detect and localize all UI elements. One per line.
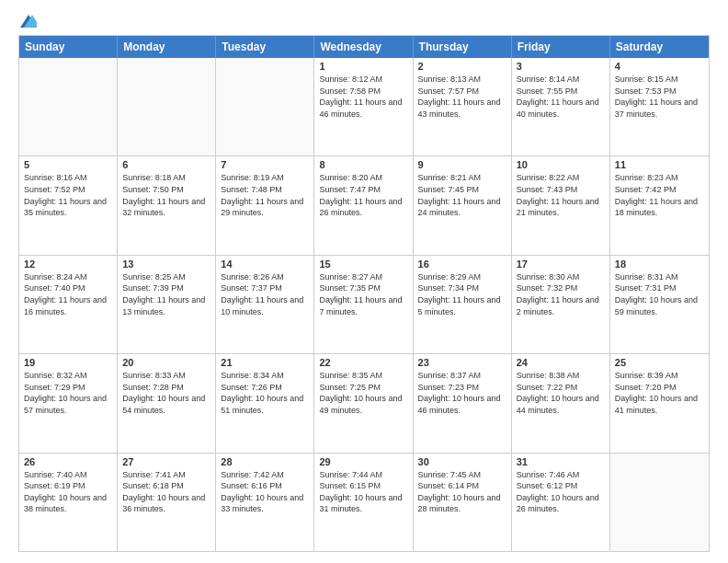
day-number: 9	[418, 159, 506, 170]
cal-cell-empty	[19, 58, 118, 155]
day-number: 15	[319, 259, 407, 270]
day-info: Sunrise: 8:39 AM Sunset: 7:20 PM Dayligh…	[615, 370, 704, 416]
cal-row-3: 19Sunrise: 8:32 AM Sunset: 7:29 PM Dayli…	[19, 353, 709, 452]
cal-cell-empty	[216, 58, 314, 155]
day-number: 30	[418, 456, 506, 467]
day-number: 26	[24, 456, 112, 467]
day-info: Sunrise: 8:32 AM Sunset: 7:29 PM Dayligh…	[24, 370, 112, 416]
cal-cell-day-10: 10Sunrise: 8:22 AM Sunset: 7:43 PM Dayli…	[512, 156, 610, 254]
day-number: 19	[24, 357, 112, 368]
cal-row-1: 5Sunrise: 8:16 AM Sunset: 7:52 PM Daylig…	[19, 155, 709, 254]
day-info: Sunrise: 8:31 AM Sunset: 7:31 PM Dayligh…	[615, 271, 704, 317]
day-number: 27	[122, 456, 210, 467]
day-info: Sunrise: 8:12 AM Sunset: 7:58 PM Dayligh…	[319, 74, 407, 120]
day-number: 6	[122, 159, 210, 170]
day-info: Sunrise: 8:24 AM Sunset: 7:40 PM Dayligh…	[24, 271, 112, 317]
day-info: Sunrise: 8:30 AM Sunset: 7:32 PM Dayligh…	[517, 271, 605, 317]
day-info: Sunrise: 8:34 AM Sunset: 7:26 PM Dayligh…	[221, 370, 309, 416]
day-number: 10	[517, 159, 605, 170]
day-info: Sunrise: 8:33 AM Sunset: 7:28 PM Dayligh…	[122, 370, 210, 416]
cal-cell-day-17: 17Sunrise: 8:30 AM Sunset: 7:32 PM Dayli…	[512, 256, 610, 353]
cal-header-sunday: Sunday	[19, 36, 118, 58]
cal-cell-day-1: 1Sunrise: 8:12 AM Sunset: 7:58 PM Daylig…	[314, 58, 413, 155]
day-info: Sunrise: 8:26 AM Sunset: 7:37 PM Dayligh…	[221, 271, 309, 317]
day-number: 22	[319, 357, 407, 368]
cal-cell-day-7: 7Sunrise: 8:19 AM Sunset: 7:48 PM Daylig…	[216, 156, 314, 254]
cal-header-thursday: Thursday	[414, 36, 512, 58]
day-info: Sunrise: 8:25 AM Sunset: 7:39 PM Dayligh…	[122, 271, 210, 317]
day-info: Sunrise: 7:42 AM Sunset: 6:16 PM Dayligh…	[221, 469, 309, 515]
cal-header-friday: Friday	[512, 36, 610, 58]
cal-cell-day-16: 16Sunrise: 8:29 AM Sunset: 7:34 PM Dayli…	[414, 256, 512, 353]
day-number: 16	[418, 259, 506, 270]
day-number: 21	[221, 357, 309, 368]
day-number: 3	[517, 61, 605, 72]
day-info: Sunrise: 8:37 AM Sunset: 7:23 PM Dayligh…	[418, 370, 506, 416]
day-info: Sunrise: 8:19 AM Sunset: 7:48 PM Dayligh…	[221, 172, 309, 218]
day-info: Sunrise: 8:20 AM Sunset: 7:47 PM Dayligh…	[319, 172, 407, 218]
calendar-header-row: SundayMondayTuesdayWednesdayThursdayFrid…	[19, 36, 709, 58]
day-number: 18	[615, 259, 704, 270]
day-info: Sunrise: 8:13 AM Sunset: 7:57 PM Dayligh…	[418, 74, 506, 120]
day-info: Sunrise: 8:21 AM Sunset: 7:45 PM Dayligh…	[418, 172, 506, 218]
day-number: 4	[615, 61, 704, 72]
day-info: Sunrise: 8:27 AM Sunset: 7:35 PM Dayligh…	[319, 271, 407, 317]
day-info: Sunrise: 7:44 AM Sunset: 6:15 PM Dayligh…	[319, 469, 407, 515]
day-info: Sunrise: 7:45 AM Sunset: 6:14 PM Dayligh…	[418, 469, 506, 515]
day-number: 23	[418, 357, 506, 368]
calendar-body: 1Sunrise: 8:12 AM Sunset: 7:58 PM Daylig…	[19, 58, 709, 551]
cal-cell-empty	[610, 454, 709, 551]
day-info: Sunrise: 7:40 AM Sunset: 6:19 PM Dayligh…	[24, 469, 112, 515]
page: SundayMondayTuesdayWednesdayThursdayFrid…	[0, 0, 728, 563]
cal-cell-day-15: 15Sunrise: 8:27 AM Sunset: 7:35 PM Dayli…	[314, 256, 413, 353]
cal-cell-day-20: 20Sunrise: 8:33 AM Sunset: 7:28 PM Dayli…	[118, 354, 216, 452]
day-number: 13	[122, 259, 210, 270]
day-info: Sunrise: 7:46 AM Sunset: 6:12 PM Dayligh…	[517, 469, 605, 515]
cal-cell-day-26: 26Sunrise: 7:40 AM Sunset: 6:19 PM Dayli…	[19, 454, 118, 551]
cal-header-monday: Monday	[118, 36, 216, 58]
day-info: Sunrise: 8:38 AM Sunset: 7:22 PM Dayligh…	[517, 370, 605, 416]
cal-cell-day-21: 21Sunrise: 8:34 AM Sunset: 7:26 PM Dayli…	[216, 354, 314, 452]
day-number: 31	[517, 456, 605, 467]
cal-row-4: 26Sunrise: 7:40 AM Sunset: 6:19 PM Dayli…	[19, 453, 709, 551]
cal-cell-day-2: 2Sunrise: 8:13 AM Sunset: 7:57 PM Daylig…	[414, 58, 512, 155]
cal-cell-day-23: 23Sunrise: 8:37 AM Sunset: 7:23 PM Dayli…	[414, 354, 512, 452]
cal-cell-day-18: 18Sunrise: 8:31 AM Sunset: 7:31 PM Dayli…	[610, 256, 709, 353]
cal-cell-day-29: 29Sunrise: 7:44 AM Sunset: 6:15 PM Dayli…	[314, 454, 413, 551]
day-number: 8	[319, 159, 407, 170]
cal-cell-day-19: 19Sunrise: 8:32 AM Sunset: 7:29 PM Dayli…	[19, 354, 118, 452]
header	[18, 15, 710, 28]
logo	[18, 15, 37, 28]
day-number: 11	[615, 159, 704, 170]
day-number: 29	[319, 456, 407, 467]
cal-cell-day-13: 13Sunrise: 8:25 AM Sunset: 7:39 PM Dayli…	[118, 256, 216, 353]
day-info: Sunrise: 8:23 AM Sunset: 7:42 PM Dayligh…	[615, 172, 704, 218]
day-number: 24	[517, 357, 605, 368]
day-number: 5	[24, 159, 112, 170]
cal-cell-day-24: 24Sunrise: 8:38 AM Sunset: 7:22 PM Dayli…	[512, 354, 610, 452]
cal-cell-day-5: 5Sunrise: 8:16 AM Sunset: 7:52 PM Daylig…	[19, 156, 118, 254]
cal-cell-day-3: 3Sunrise: 8:14 AM Sunset: 7:55 PM Daylig…	[512, 58, 610, 155]
cal-cell-empty	[118, 58, 216, 155]
cal-cell-day-30: 30Sunrise: 7:45 AM Sunset: 6:14 PM Dayli…	[414, 454, 512, 551]
day-number: 28	[221, 456, 309, 467]
logo-icon	[20, 15, 37, 28]
day-number: 25	[615, 357, 704, 368]
day-info: Sunrise: 8:35 AM Sunset: 7:25 PM Dayligh…	[319, 370, 407, 416]
cal-cell-day-9: 9Sunrise: 8:21 AM Sunset: 7:45 PM Daylig…	[414, 156, 512, 254]
day-info: Sunrise: 8:15 AM Sunset: 7:53 PM Dayligh…	[615, 74, 704, 120]
cal-header-tuesday: Tuesday	[216, 36, 314, 58]
day-number: 7	[221, 159, 309, 170]
day-info: Sunrise: 8:22 AM Sunset: 7:43 PM Dayligh…	[517, 172, 605, 218]
cal-header-saturday: Saturday	[610, 36, 709, 58]
day-number: 1	[319, 61, 407, 72]
cal-cell-day-25: 25Sunrise: 8:39 AM Sunset: 7:20 PM Dayli…	[610, 354, 709, 452]
cal-cell-day-14: 14Sunrise: 8:26 AM Sunset: 7:37 PM Dayli…	[216, 256, 314, 353]
cal-row-2: 12Sunrise: 8:24 AM Sunset: 7:40 PM Dayli…	[19, 255, 709, 353]
day-number: 20	[122, 357, 210, 368]
day-info: Sunrise: 8:29 AM Sunset: 7:34 PM Dayligh…	[418, 271, 506, 317]
calendar: SundayMondayTuesdayWednesdayThursdayFrid…	[18, 35, 710, 552]
day-info: Sunrise: 7:41 AM Sunset: 6:18 PM Dayligh…	[122, 469, 210, 515]
cal-cell-day-12: 12Sunrise: 8:24 AM Sunset: 7:40 PM Dayli…	[19, 256, 118, 353]
cal-cell-day-28: 28Sunrise: 7:42 AM Sunset: 6:16 PM Dayli…	[216, 454, 314, 551]
